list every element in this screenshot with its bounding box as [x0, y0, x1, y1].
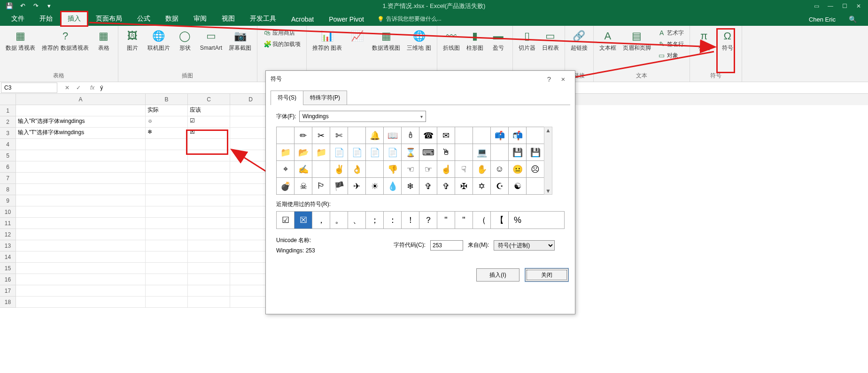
- symbol-cell[interactable]: 📄: [330, 144, 348, 161]
- tab-formula[interactable]: 公式: [131, 12, 157, 26]
- save-icon[interactable]: 💾: [4, 1, 15, 11]
- table-button[interactable]: ▦表格: [93, 28, 114, 52]
- store-button[interactable]: 🛍应用商店: [261, 28, 302, 38]
- cell[interactable]: [16, 150, 146, 161]
- recent-symbol[interactable]: ": [455, 212, 473, 228]
- object-button[interactable]: ▭对象: [656, 50, 686, 61]
- col-header[interactable]: B: [146, 94, 188, 105]
- symbol-cell[interactable]: 🕯: [402, 127, 419, 144]
- symbol-cell[interactable]: 👎: [384, 161, 402, 178]
- cell[interactable]: [188, 285, 230, 297]
- cell[interactable]: [146, 218, 188, 229]
- tab-acrobat[interactable]: Acrobat: [285, 13, 320, 26]
- symbol-cell[interactable]: 📁: [277, 144, 294, 161]
- cell[interactable]: 实际: [146, 105, 188, 116]
- row-header[interactable]: 3: [0, 128, 16, 139]
- symbol-button[interactable]: Ω符号: [717, 28, 738, 52]
- symbol-cell[interactable]: [527, 178, 544, 195]
- recent-symbols[interactable]: ☑☒，。、；：！？""（【%: [276, 211, 565, 229]
- cell[interactable]: [146, 240, 188, 251]
- recent-symbol[interactable]: ☒: [294, 212, 312, 228]
- row-header[interactable]: 6: [0, 161, 16, 173]
- symbol-cell[interactable]: 👌: [348, 161, 366, 178]
- symbol-cell[interactable]: ☠: [294, 178, 312, 195]
- cell[interactable]: [188, 184, 230, 195]
- tab-review[interactable]: 审阅: [187, 12, 213, 26]
- row-header[interactable]: 5: [0, 150, 16, 161]
- symbol-cell[interactable]: ✉: [437, 127, 455, 144]
- row-header[interactable]: 18: [0, 297, 16, 308]
- row-header[interactable]: 7: [0, 173, 16, 184]
- cell[interactable]: [16, 161, 146, 173]
- pivot-table-button[interactable]: ▦数据 透视表: [4, 28, 37, 52]
- cell[interactable]: [188, 161, 230, 173]
- symbol-cell[interactable]: ✄: [330, 127, 348, 144]
- cell[interactable]: [188, 206, 230, 218]
- row-header[interactable]: 13: [0, 240, 16, 251]
- symbol-cell[interactable]: 💣: [277, 178, 294, 195]
- cell[interactable]: [188, 218, 230, 229]
- symbol-cell[interactable]: ✍: [294, 161, 312, 178]
- recommended-charts-button[interactable]: 📊推荐的 图表: [310, 28, 344, 52]
- cell[interactable]: [188, 274, 230, 285]
- row-header[interactable]: 11: [0, 218, 16, 229]
- qat-more-icon[interactable]: ▾: [43, 1, 54, 11]
- row-header[interactable]: 15: [0, 263, 16, 274]
- symbol-cell[interactable]: [455, 127, 473, 144]
- online-picture-button[interactable]: 🌐联机图片: [146, 28, 172, 52]
- cell[interactable]: [146, 263, 188, 274]
- tab-layout[interactable]: 页面布局: [89, 12, 129, 26]
- symbol-cell[interactable]: [455, 144, 473, 161]
- close-icon[interactable]: ✕: [852, 1, 865, 11]
- symbol-cell[interactable]: [312, 161, 330, 178]
- cell[interactable]: [16, 173, 146, 184]
- cell[interactable]: [16, 263, 146, 274]
- picture-button[interactable]: 🖼图片: [122, 28, 143, 52]
- cell[interactable]: [16, 274, 146, 285]
- chart-gallery[interactable]: 📈: [347, 28, 367, 46]
- cell[interactable]: [146, 206, 188, 218]
- symbol-cell[interactable]: ☺: [491, 161, 509, 178]
- myaddins-button[interactable]: 🧩我的加载项: [261, 39, 302, 49]
- symbol-cell[interactable]: ✈: [348, 178, 366, 195]
- recent-symbol[interactable]: 。: [330, 212, 348, 228]
- cell[interactable]: ☑: [188, 116, 230, 128]
- tell-me[interactable]: 💡告诉我您想要做什么...: [372, 12, 446, 26]
- cell[interactable]: [188, 195, 230, 206]
- cell[interactable]: [16, 105, 146, 116]
- symbol-cell[interactable]: 📖: [384, 127, 402, 144]
- cell[interactable]: [146, 297, 188, 308]
- symbol-cell[interactable]: ☜: [402, 161, 419, 178]
- cell[interactable]: ☼: [146, 116, 188, 128]
- redo-icon[interactable]: ↷: [30, 1, 41, 11]
- cell[interactable]: [16, 206, 146, 218]
- ribbon-options-icon[interactable]: ▭: [810, 1, 823, 11]
- cancel-icon[interactable]: ✕: [63, 84, 71, 91]
- shapes-button[interactable]: ◯形状: [175, 28, 195, 52]
- cell[interactable]: [16, 229, 146, 240]
- cell[interactable]: [16, 251, 146, 263]
- tab-home[interactable]: 开始: [33, 12, 59, 26]
- cell[interactable]: 应该: [188, 105, 230, 116]
- cell[interactable]: [188, 263, 230, 274]
- wordart-button[interactable]: A艺术字: [656, 28, 686, 38]
- recent-symbol[interactable]: ，: [312, 212, 330, 228]
- symbol-cell[interactable]: 🔔: [366, 127, 384, 144]
- cell[interactable]: [188, 251, 230, 263]
- cell[interactable]: 输入"T"选择字体wingdings: [16, 128, 146, 139]
- hyperlink-button[interactable]: 🔗超链接: [569, 28, 589, 52]
- textbox-button[interactable]: A文本框: [597, 28, 618, 52]
- symbol-cell[interactable]: ✠: [455, 178, 473, 195]
- row-header[interactable]: 9: [0, 195, 16, 206]
- cell[interactable]: [16, 195, 146, 206]
- symbol-cell[interactable]: ☟: [455, 161, 473, 178]
- cell[interactable]: [16, 139, 146, 150]
- recent-symbol[interactable]: 【: [491, 212, 509, 228]
- screenshot-button[interactable]: 📷屏幕截图: [227, 28, 253, 52]
- font-select[interactable]: Wingdings ▾: [299, 111, 426, 122]
- cell[interactable]: [146, 251, 188, 263]
- recent-symbol[interactable]: 、: [348, 212, 366, 228]
- cell[interactable]: [146, 285, 188, 297]
- timeline-button[interactable]: ▭日程表: [540, 28, 561, 52]
- cell[interactable]: 输入"R"选择字体wingdings: [16, 116, 146, 128]
